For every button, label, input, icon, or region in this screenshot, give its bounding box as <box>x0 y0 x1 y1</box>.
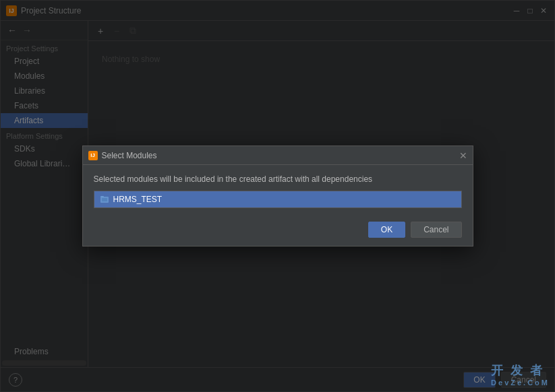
module-list: HRMS_TEST <box>94 191 462 208</box>
modal-title-bar: IJ Select Modules ✕ <box>83 146 473 165</box>
modal-overlay: IJ Select Modules ✕ Selected modules wil… <box>0 0 555 392</box>
module-name-label: HRMS_TEST <box>113 195 163 204</box>
modal-ok-button[interactable]: OK <box>368 222 405 238</box>
modal-app-icon: IJ <box>88 151 98 160</box>
modal-cancel-button[interactable]: Cancel <box>411 222 461 238</box>
modal-body: Selected modules will be included in the… <box>83 165 473 216</box>
svg-rect-2 <box>102 198 107 201</box>
main-window: IJ Project Structure ─ □ ✕ ← → Project S… <box>0 0 555 392</box>
modal-title: Select Modules <box>102 151 459 160</box>
svg-rect-1 <box>100 196 104 197</box>
module-item-hrms-test[interactable]: HRMS_TEST <box>94 191 461 207</box>
modal-description: Selected modules will be included in the… <box>94 174 462 184</box>
modal-footer: OK Cancel <box>83 216 473 246</box>
watermark: 开 发 者 DevZe.CoM <box>491 362 550 387</box>
module-icon <box>100 195 109 204</box>
select-modules-dialog: IJ Select Modules ✕ Selected modules wil… <box>82 145 473 247</box>
modal-close-button[interactable]: ✕ <box>459 150 467 161</box>
